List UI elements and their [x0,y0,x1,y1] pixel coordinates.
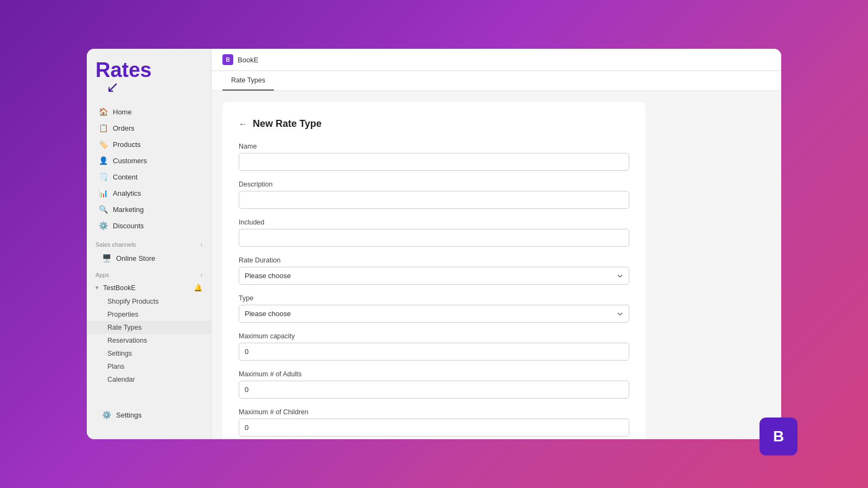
expand-arrow-apps-icon: › [201,272,202,278]
customers-icon: 👤 [99,156,107,165]
apps-label: Apps [95,272,109,278]
main-content: B BookE Rate Types ← New Rate Type Name [212,49,781,439]
nav-section: 🏠 Home 📋 Orders 🏷️ Products 👤 Customers … [87,101,211,236]
sidebar-item-marketing-label: Marketing [113,206,144,214]
sidebar-item-online-store-label: Online Store [116,254,155,262]
sales-channels-label: Sales channels [95,241,136,248]
sidebar-item-online-store[interactable]: 🖥️ Online Store [90,250,208,266]
sidebar-item-discounts-label: Discounts [113,222,144,230]
products-icon: 🏷️ [99,140,107,149]
tab-rate-types[interactable]: Rate Types [222,71,274,91]
form-card: ← New Rate Type Name Description Include… [222,102,646,439]
content-icon: 🗒️ [99,172,107,181]
included-field-group: Included [239,219,629,247]
sidebar-header: Rates ↙ [87,60,211,101]
sidebar-item-customers-label: Customers [113,157,147,165]
page-title: Rates [95,60,202,80]
type-field-group: Type Please choose Standard Premium Cust… [239,294,629,323]
sidebar-item-analytics-label: Analytics [113,189,141,197]
marketing-icon: 🔍 [99,205,107,214]
max-adults-field-group: Maximum # of Adults [239,370,629,399]
plans-label: Plans [107,363,124,370]
sidebar-item-products[interactable]: 🏷️ Products [90,136,208,152]
sidebar-item-home-label: Home [113,108,132,116]
sidebar-item-products-label: Products [113,140,141,149]
app-icon-label: B [226,57,229,63]
properties-label: Properties [107,311,138,318]
settings-icon: ⚙️ [102,410,111,419]
name-field-group: Name [239,143,629,171]
discounts-icon: ⚙️ [99,221,107,230]
sidebar-subitem-properties[interactable]: Properties [87,308,211,321]
sidebar-item-content[interactable]: 🗒️ Content [90,169,208,185]
app-bar-name: BookE [238,56,258,64]
included-input[interactable] [239,229,629,247]
max-capacity-label: Maximum capacity [239,332,629,340]
rate-duration-field-group: Rate Duration Please choose Hourly Daily… [239,256,629,285]
sidebar-item-marketing[interactable]: 🔍 Marketing [90,201,208,217]
max-adults-label: Maximum # of Adults [239,370,629,378]
sidebar-item-customers[interactable]: 👤 Customers [90,152,208,169]
rate-types-label: Rate Types [107,324,142,331]
max-capacity-input[interactable] [239,343,629,361]
sidebar-item-content-label: Content [113,173,138,181]
max-children-label: Maximum # of Children [239,408,629,416]
form-area: ← New Rate Type Name Description Include… [212,91,781,439]
app-settings-label: Settings [107,350,132,357]
description-label: Description [239,181,629,188]
app-name-label: TestBookE [103,284,136,292]
expand-arrow-icon: › [201,242,202,248]
sidebar-subitem-rate-types[interactable]: Rate Types [87,321,211,334]
max-capacity-field-group: Maximum capacity [239,332,629,361]
tabs-bar: Rate Types [212,71,781,91]
sidebar-item-home[interactable]: 🏠 Home [90,104,208,120]
max-children-input[interactable] [239,419,629,436]
settings-bottom: ⚙️ Settings [87,401,211,428]
sidebar-subitem-calendar[interactable]: Calendar [87,373,211,386]
app-bar: B BookE [212,49,781,71]
analytics-icon: 📊 [99,189,107,197]
settings-label: Settings [116,411,142,419]
back-button[interactable]: ← [239,119,247,129]
rate-duration-select[interactable]: Please choose Hourly Daily Weekly [239,267,629,285]
shopify-products-label: Shopify Products [107,298,159,305]
max-adults-input[interactable] [239,381,629,399]
type-select[interactable]: Please choose Standard Premium Custom [239,305,629,323]
corner-badge: B [760,418,797,455]
calendar-label: Calendar [107,376,135,383]
form-title: New Rate Type [253,118,322,130]
sidebar-item-analytics[interactable]: 📊 Analytics [90,185,208,201]
description-field-group: Description [239,181,629,209]
sidebar-subitem-settings[interactable]: Settings [87,347,211,360]
sidebar: Rates ↙ 🏠 Home 📋 Orders 🏷️ Products 👤 Cu… [87,49,212,439]
reservations-label: Reservations [107,337,147,344]
rate-duration-label: Rate Duration [239,256,629,264]
orders-icon: 📋 [99,124,107,132]
corner-badge-label: B [773,428,784,445]
sidebar-item-orders[interactable]: 📋 Orders [90,120,208,136]
app-bar-icon: B [222,54,233,65]
name-input[interactable] [239,153,629,171]
app-settings-icon[interactable]: 🔔 [194,284,202,292]
type-label: Type [239,294,629,302]
max-children-field-group: Maximum # of Children [239,408,629,436]
sidebar-subitem-reservations[interactable]: Reservations [87,334,211,347]
sidebar-subitem-shopify-products[interactable]: Shopify Products [87,295,211,308]
online-store-icon: 🖥️ [102,254,111,262]
tab-rate-types-label: Rate Types [231,76,265,84]
name-label: Name [239,143,629,150]
sidebar-item-orders-label: Orders [113,124,135,132]
sidebar-item-discounts[interactable]: ⚙️ Discounts [90,217,208,234]
sales-channels-section: Sales channels › [87,236,211,250]
sidebar-subitem-plans[interactable]: Plans [87,360,211,373]
form-back-header: ← New Rate Type [239,118,629,130]
included-label: Included [239,219,629,226]
app-testbooke[interactable]: ▾ TestBookE 🔔 [87,280,211,295]
description-input[interactable] [239,191,629,209]
apps-section: Apps › [87,266,211,280]
sidebar-item-settings[interactable]: ⚙️ Settings [93,407,205,423]
home-icon: 🏠 [99,107,107,116]
app-collapse-icon: ▾ [95,284,99,291]
